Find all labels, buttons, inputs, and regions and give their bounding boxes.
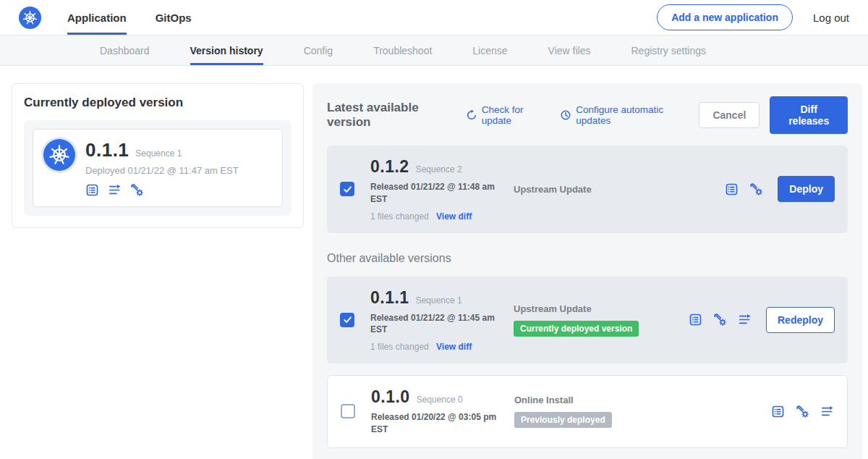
- top-nav: Application GitOps Add a new application…: [0, 0, 868, 35]
- diff-icon[interactable]: [738, 313, 752, 327]
- subnav-item-dashboard[interactable]: Dashboard: [100, 35, 150, 65]
- currently-deployed-title: Currently deployed version: [24, 96, 292, 110]
- diff-releases-button[interactable]: Diff releases: [770, 96, 848, 134]
- deployed-sequence-label: Sequence 1: [135, 148, 182, 159]
- released-timestamp: Released 01/20/22 @ 03:05 pm EST: [371, 411, 503, 436]
- configure-updates-link[interactable]: Configure automatic updates: [560, 104, 684, 126]
- released-timestamp: Released 01/21/22 @ 11:48 am EST: [370, 181, 502, 206]
- logout-link[interactable]: Log out: [813, 12, 849, 24]
- config-icon[interactable]: [749, 182, 763, 196]
- deployed-version-number: 0.1.1: [85, 139, 129, 161]
- version-row-0-1-0: 0.1.0 Sequence 0 Released 01/20/22 @ 03:…: [327, 375, 848, 448]
- tab-application-label: Application: [67, 12, 127, 24]
- version-source: Upstream Update: [514, 184, 689, 195]
- version-source: Upstream Update Currently deployed versi…: [514, 303, 689, 337]
- configure-updates-label: Configure automatic updates: [576, 104, 684, 126]
- cancel-button[interactable]: Cancel: [699, 102, 760, 128]
- top-nav-right: Add a new application Log out: [657, 4, 849, 30]
- subnav-item-config[interactable]: Config: [304, 35, 333, 65]
- kots-admin-console: Application GitOps Add a new application…: [0, 0, 868, 459]
- sub-nav: Dashboard Version history Config Trouble…: [0, 35, 868, 66]
- check-for-update-link[interactable]: Check for update: [466, 104, 545, 126]
- subnav-item-version-history[interactable]: Version history: [190, 35, 263, 65]
- version-row-0-1-2: 0.1.2 Sequence 2 Released 01/21/22 @ 11:…: [327, 146, 848, 233]
- check-for-update-label: Check for update: [482, 104, 545, 126]
- clock-icon: [560, 109, 571, 121]
- version-actions: Redeploy: [689, 307, 835, 333]
- helm-wheel-icon: [48, 144, 70, 166]
- version-info: 0.1.1 Sequence 1 Released 01/21/22 @ 11:…: [370, 288, 514, 353]
- versions-panel: Latest available version Check for updat…: [312, 83, 862, 459]
- version-source: Online Install Previously deployed: [514, 395, 689, 428]
- subnav-item-registry-settings[interactable]: Registry settings: [631, 35, 705, 65]
- version-checkbox[interactable]: [341, 404, 355, 418]
- version-row-0-1-1: 0.1.1 Sequence 1 Released 01/21/22 @ 11:…: [327, 277, 848, 364]
- add-application-button[interactable]: Add a new application: [657, 4, 793, 30]
- tab-application[interactable]: Application: [67, 0, 127, 35]
- currently-deployed-badge: Currently deployed version: [514, 321, 639, 337]
- deployed-actions: [85, 183, 239, 197]
- view-diff-link[interactable]: View diff: [436, 211, 472, 222]
- helm-wheel-icon: [22, 10, 38, 25]
- release-notes-icon[interactable]: [725, 182, 739, 196]
- release-notes-icon[interactable]: [689, 313, 702, 327]
- diff-icon[interactable]: [108, 183, 122, 197]
- subnav-item-license[interactable]: License: [472, 35, 507, 65]
- redeploy-button[interactable]: Redeploy: [766, 307, 835, 333]
- check-icon: [342, 184, 353, 195]
- sequence-label: Sequence 0: [417, 395, 463, 405]
- deployed-timestamp: Deployed 01/21/22 @ 11:47 am EST: [85, 165, 239, 176]
- subnav-item-troubleshoot[interactable]: Troubleshoot: [373, 35, 432, 65]
- app-logo-badge: [43, 139, 75, 171]
- app-logo[interactable]: [19, 7, 41, 29]
- sequence-label: Sequence 2: [416, 164, 462, 174]
- config-icon[interactable]: [796, 405, 809, 418]
- tab-gitops[interactable]: GitOps: [156, 0, 192, 35]
- release-notes-icon[interactable]: [85, 183, 99, 197]
- refresh-icon: [466, 109, 477, 121]
- files-changed-label: 1 files changed: [370, 211, 429, 222]
- tab-gitops-label: GitOps: [156, 12, 192, 24]
- version-number: 0.1.2: [370, 157, 409, 177]
- version-checkbox[interactable]: [340, 182, 354, 196]
- versions-panel-header: Latest available version Check for updat…: [327, 96, 848, 134]
- version-actions: Deploy: [725, 176, 835, 202]
- files-changed-label: 1 files changed: [370, 342, 429, 352]
- deploy-button[interactable]: Deploy: [778, 176, 835, 202]
- sequence-label: Sequence 1: [416, 295, 462, 306]
- version-info: 0.1.2 Sequence 2 Released 01/21/22 @ 11:…: [370, 157, 514, 222]
- version-number: 0.1.0: [371, 387, 410, 407]
- version-actions: [771, 405, 834, 418]
- version-info: 0.1.0 Sequence 0 Released 01/20/22 @ 03:…: [371, 387, 514, 436]
- previously-deployed-badge: Previously deployed: [514, 412, 612, 428]
- version-checkbox[interactable]: [340, 313, 354, 327]
- source-label: Upstream Update: [514, 303, 689, 314]
- config-icon[interactable]: [713, 313, 727, 327]
- deployed-version-card: 0.1.1 Sequence 1 Deployed 01/21/22 @ 11:…: [33, 129, 283, 207]
- diff-icon[interactable]: [820, 405, 834, 418]
- source-label: Upstream Update: [514, 184, 689, 195]
- version-number: 0.1.1: [370, 288, 409, 308]
- config-icon[interactable]: [130, 183, 144, 197]
- released-timestamp: Released 01/21/22 @ 11:45 am EST: [370, 312, 502, 337]
- top-nav-tabs: Application GitOps: [67, 0, 192, 35]
- currently-deployed-box: 0.1.1 Sequence 1 Deployed 01/21/22 @ 11:…: [24, 120, 292, 216]
- release-notes-icon[interactable]: [771, 405, 785, 418]
- deployed-version-line: 0.1.1 Sequence 1: [85, 139, 239, 161]
- check-icon: [342, 314, 353, 325]
- other-versions-title: Other available versions: [327, 252, 848, 265]
- view-diff-link[interactable]: View diff: [436, 342, 472, 352]
- currently-deployed-panel: Currently deployed version 0.1.1 Sequenc…: [12, 83, 304, 228]
- latest-version-title: Latest available version: [327, 101, 450, 130]
- deployed-version-info: 0.1.1 Sequence 1 Deployed 01/21/22 @ 11:…: [85, 139, 239, 197]
- subnav-item-view-files[interactable]: View files: [548, 35, 591, 65]
- source-label: Online Install: [514, 395, 689, 405]
- main-content: Currently deployed version 0.1.1 Sequenc…: [0, 66, 868, 459]
